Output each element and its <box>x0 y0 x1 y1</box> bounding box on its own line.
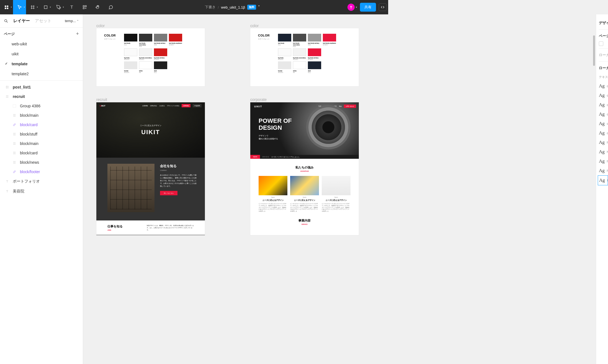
layer-item[interactable]: block/footer <box>0 167 83 176</box>
group-icon <box>12 104 17 108</box>
canvas[interactable]: color COLOR カラーパレット text-body#111text-bo… <box>83 14 388 231</box>
svg-rect-4 <box>44 6 47 9</box>
svg-rect-6 <box>85 6 86 7</box>
svg-rect-3 <box>7 8 8 9</box>
chevron-down-icon: ▾ <box>37 6 38 8</box>
toolbar: ▾ ▾ ▾ ▾ ▾ 下書き / web_uikit_1.1β 無料 ▾ T ▾ <box>0 0 388 14</box>
svg-rect-1 <box>7 6 8 7</box>
frame-label[interactable]: recruit <box>96 97 107 102</box>
layer-item[interactable]: block/stuff <box>0 129 83 139</box>
page-item[interactable]: template <box>0 59 83 69</box>
svg-rect-2 <box>5 8 6 9</box>
layer-item[interactable]: recruit <box>0 92 83 101</box>
frame-tool[interactable]: ▾ <box>26 0 39 14</box>
layer-item[interactable]: block/news <box>0 158 83 167</box>
page-item[interactable]: web-uikit <box>0 39 83 49</box>
menu-button[interactable]: ▾ <box>0 0 13 14</box>
layer-item[interactable]: post_list1 <box>0 82 83 92</box>
frame-lines-icon <box>12 151 17 155</box>
frame-corporate[interactable]: UIKIT TOP事業内容会社概要実績お問い合わせ POWER OFDESIGN… <box>250 102 359 231</box>
frame-label[interactable]: color <box>250 24 259 28</box>
chevron-down-icon: ▾ <box>50 6 51 8</box>
layer-item[interactable]: block/main <box>0 139 83 148</box>
frame-icon <box>5 85 9 89</box>
camera-image <box>312 111 345 144</box>
tab-assets[interactable]: アセット <box>35 18 51 24</box>
frame-recruit[interactable]: UIKIT 企業情報仕事を知る人を見るプロジェクトを知る採用情報中途採用 ニーズ… <box>96 102 205 231</box>
frame-lines-icon <box>12 141 17 146</box>
share-button[interactable]: 共有 <box>360 3 376 12</box>
text-icon <box>5 179 9 184</box>
layer-item[interactable]: block/card <box>0 148 83 158</box>
pen-tool[interactable]: ▾ <box>52 0 65 14</box>
frame-lines-icon <box>12 132 17 136</box>
move-tool[interactable]: ▾ <box>13 0 26 14</box>
svg-rect-9 <box>13 105 16 108</box>
layer-item[interactable]: ポートフォリオ <box>0 176 83 186</box>
frame-lines-icon <box>5 94 9 99</box>
frame-lines-icon <box>12 113 17 118</box>
component-icon <box>12 123 17 127</box>
hand-tool[interactable] <box>91 0 104 14</box>
frame-color1[interactable]: COLOR カラーパレット text-body#111text-body-sec… <box>96 28 205 86</box>
breadcrumb: 下書き / web_uikit_1.1β 無料 ▾ <box>117 5 347 10</box>
file-name[interactable]: web_uikit_1.1β <box>221 5 245 9</box>
svg-rect-7 <box>83 8 84 9</box>
resources-tool[interactable] <box>78 0 91 14</box>
page-item[interactable]: uikit <box>0 49 83 59</box>
page-item[interactable]: template2 <box>0 69 83 79</box>
svg-rect-0 <box>5 6 6 7</box>
text-icon <box>5 189 9 194</box>
svg-rect-5 <box>83 6 84 7</box>
company-image <box>107 164 154 212</box>
frame-label[interactable]: color <box>96 24 105 28</box>
chevron-up-icon: ⌃ <box>77 20 79 22</box>
avatar: T <box>347 4 355 11</box>
free-badge: 無料 <box>247 5 256 10</box>
logo: UIKIT <box>100 105 105 107</box>
shape-tool[interactable]: ▾ <box>39 0 52 14</box>
devmode-button[interactable] <box>379 3 387 11</box>
layer-item[interactable]: Group 4386 <box>0 101 83 111</box>
search-icon[interactable] <box>4 19 8 23</box>
chevron-down-icon: ▾ <box>356 6 357 9</box>
avatar-menu[interactable]: T ▾ <box>347 4 357 11</box>
layer-item[interactable]: block/card <box>0 120 83 129</box>
add-page-button[interactable]: + <box>76 31 79 37</box>
component-icon <box>12 170 17 174</box>
text-tool[interactable] <box>65 0 78 14</box>
tab-layers[interactable]: レイヤー <box>13 18 30 24</box>
frame-label[interactable]: corporate <box>250 97 267 102</box>
frame-lines-icon <box>12 160 17 165</box>
frame-color2[interactable]: COLOR カラーパレット text-body#111text-body-sec… <box>250 28 359 86</box>
pages-header: ページ <box>4 32 15 37</box>
breadcrumb-folder[interactable]: 下書き <box>205 5 216 10</box>
chevron-down-icon[interactable]: ▾ <box>258 4 260 7</box>
chevron-down-icon: ▾ <box>11 6 12 8</box>
comment-tool[interactable] <box>104 0 117 14</box>
left-panel: レイヤー アセット temp... ⌃ ページ + web-uikituikit… <box>0 14 83 231</box>
layer-item[interactable]: block/main <box>0 111 83 120</box>
chevron-down-icon: ▾ <box>63 6 64 8</box>
layer-item[interactable]: 美容院 <box>0 186 83 196</box>
svg-point-8 <box>5 19 7 22</box>
chevron-down-icon: ▾ <box>24 6 25 8</box>
page-picker[interactable]: temp... ⌃ <box>65 19 79 23</box>
